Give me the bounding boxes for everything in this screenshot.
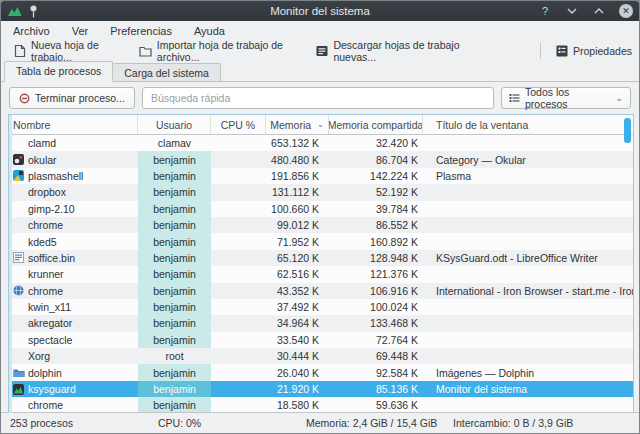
table-row-gimp-2.10[interactable]: gimp-2.10benjamin100.660 K39.784 K <box>9 201 633 217</box>
column-header-shared[interactable]: Memoria compartida <box>329 115 423 134</box>
table-row-kwin_x11[interactable]: kwin_x11benjamin37.492 K100.024 K <box>9 299 633 315</box>
no-icon <box>12 318 25 329</box>
column-label: Memoria compartida <box>329 119 423 131</box>
cell-shared: 52.192 K <box>329 184 423 200</box>
cell-title <box>423 266 633 282</box>
cell-shared: 142.224 K <box>329 168 423 184</box>
cell-cpu <box>211 217 266 233</box>
no-icon <box>12 203 25 214</box>
help-icon[interactable]: ? <box>538 4 552 18</box>
no-icon <box>12 351 25 362</box>
cell-title <box>423 332 633 348</box>
table-row-akregator[interactable]: akregatorbenjamin34.964 K133.468 K <box>9 315 633 331</box>
close-icon[interactable]: ✕ <box>619 4 633 18</box>
cell-user: root <box>138 348 211 364</box>
table-row-krunner[interactable]: krunnerbenjamin62.516 K121.376 K <box>9 266 633 282</box>
table-row-okular[interactable]: okularbenjamin480.480 K86.704 KCategory … <box>9 151 633 167</box>
column-header-mem[interactable]: Memoria⌄ <box>266 115 329 134</box>
column-label: CPU % <box>221 119 255 131</box>
no-icon <box>12 236 25 247</box>
cell-mem: 71.952 K <box>266 233 329 249</box>
cell-cpu <box>211 135 266 151</box>
cell-title: Monitor del sistema <box>423 381 633 397</box>
cell-mem: 65.120 K <box>266 250 329 266</box>
search-input[interactable] <box>142 87 494 109</box>
table-row-dolphin[interactable]: dolphinbenjamin26.040 K92.584 KImágenes … <box>9 364 633 380</box>
cell-cpu <box>211 266 266 282</box>
column-header-cpu[interactable]: CPU % <box>211 115 266 134</box>
cell-shared: 86.704 K <box>329 151 423 167</box>
table-row-spectacle[interactable]: spectaclebenjamin33.540 K72.764 K <box>9 332 633 348</box>
cell-shared: 85.136 K <box>329 381 423 397</box>
minimize-icon[interactable] <box>565 4 579 18</box>
cell-shared: 69.448 K <box>329 348 423 364</box>
process-filter-dropdown[interactable]: Todos los procesos ⌄ <box>501 87 631 109</box>
tab-tabla-de-procesos[interactable]: Tabla de procesos <box>4 61 113 82</box>
table-row-clamd[interactable]: clamdclamav653.132 K32.420 K <box>9 135 633 151</box>
tab-carga-del-sistema[interactable]: Carga del sistema <box>113 63 221 82</box>
cell-name: soffice.bin <box>9 250 138 266</box>
process-name: clamd <box>28 137 56 149</box>
process-name: krunner <box>28 268 64 280</box>
no-icon <box>12 138 25 149</box>
cell-user: benjamin <box>138 217 211 233</box>
cell-shared: 106.916 K <box>329 283 423 299</box>
no-icon <box>12 400 25 411</box>
end-process-icon <box>19 93 30 104</box>
properties-button[interactable]: Propiedades <box>549 42 639 60</box>
toolbar-separator <box>540 43 541 59</box>
table-row-soffice.bin[interactable]: soffice.binbenjamin65.120 K128.948 KKSys… <box>9 250 633 266</box>
table-row-ksysguard[interactable]: ksysguardbenjamin21.920 K85.136 KMonitor… <box>9 381 633 397</box>
cell-user: benjamin <box>138 233 211 249</box>
no-icon <box>12 302 25 313</box>
no-icon <box>12 334 25 345</box>
cell-shared: 121.376 K <box>329 266 423 282</box>
cell-name: okular <box>9 151 138 167</box>
cell-cpu <box>211 381 266 397</box>
vertical-scrollbar[interactable] <box>624 118 631 143</box>
cell-shared: 133.468 K <box>329 315 423 331</box>
cell-mem: 62.516 K <box>266 266 329 282</box>
table-row-dropbox[interactable]: dropboxbenjamin131.112 K52.192 K <box>9 184 633 200</box>
cell-user: benjamin <box>138 364 211 380</box>
status-memory: Memoria: 2,4 GiB / 15,4 GiB <box>306 417 437 429</box>
maximize-icon[interactable] <box>592 4 606 18</box>
cell-user: benjamin <box>138 332 211 348</box>
column-header-name[interactable]: Nombre <box>9 115 138 134</box>
cell-cpu <box>211 151 266 167</box>
process-name: okular <box>28 154 57 166</box>
cell-title <box>423 233 633 249</box>
cell-cpu <box>211 201 266 217</box>
column-header-user[interactable]: Usuario <box>138 115 211 134</box>
new-worksheet-icon <box>14 44 26 58</box>
table-row-kded5[interactable]: kded5benjamin71.952 K160.892 K <box>9 233 633 249</box>
cell-user: benjamin <box>138 201 211 217</box>
cell-cpu <box>211 184 266 200</box>
table-row-chrome[interactable]: chromebenjamin99.012 K86.552 K <box>9 217 633 233</box>
okular-icon <box>12 154 25 165</box>
cell-name: dropbox <box>9 184 138 200</box>
table-row-Xorg[interactable]: Xorgroot30.444 K69.448 K <box>9 348 633 364</box>
cell-title <box>423 135 633 151</box>
cell-user: benjamin <box>138 266 211 282</box>
table-row-plasmashell[interactable]: plasmashellbenjamin191.856 K142.224 KPla… <box>9 168 633 184</box>
cell-shared: 39.784 K <box>329 201 423 217</box>
status-cpu: CPU: 0% <box>158 417 201 429</box>
end-process-button[interactable]: Terminar proceso... <box>9 87 135 109</box>
column-label: Memoria <box>270 119 311 131</box>
column-header-title[interactable]: Título de la ventana <box>423 115 633 134</box>
cell-title <box>423 315 633 331</box>
cell-title <box>423 348 633 364</box>
pin-icon[interactable] <box>29 5 38 18</box>
cell-cpu <box>211 283 266 299</box>
cell-mem: 100.660 K <box>266 201 329 217</box>
cell-cpu <box>211 348 266 364</box>
process-name: chrome <box>28 285 63 297</box>
process-name: spectacle <box>28 334 72 346</box>
process-name: chrome <box>28 219 63 231</box>
table-row-chrome[interactable]: chromebenjamin43.352 K106.916 KInternati… <box>9 283 633 299</box>
no-icon <box>12 269 25 280</box>
process-controls: Terminar proceso... Todos los procesos ⌄ <box>9 87 631 109</box>
process-name: kded5 <box>28 236 57 248</box>
process-name: akregator <box>28 317 72 329</box>
